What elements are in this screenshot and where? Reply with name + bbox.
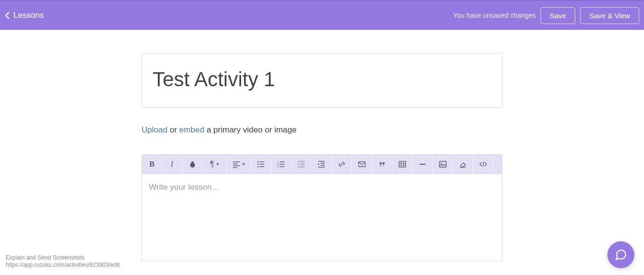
clear-format-button[interactable] — [453, 155, 473, 174]
svg-point-0 — [257, 161, 258, 163]
table-icon — [399, 160, 406, 168]
back-label: Lessons — [13, 11, 44, 20]
code-button[interactable] — [473, 155, 493, 174]
caret-icon — [242, 163, 245, 165]
save-button[interactable]: Save — [541, 7, 575, 24]
paragraph-button[interactable]: ¶ — [203, 155, 227, 174]
quote-icon — [378, 160, 386, 168]
or-text: or — [167, 125, 180, 134]
eraser-icon — [459, 160, 467, 168]
indent-button[interactable] — [311, 155, 332, 174]
email-button[interactable] — [352, 155, 372, 174]
watermark-line1: Explain and Send Screenshots — [6, 254, 120, 262]
main-content: Upload or embed a primary video or image… — [0, 30, 644, 261]
list-ul-icon — [257, 160, 265, 168]
outdent-icon — [297, 160, 305, 168]
svg-rect-6 — [359, 162, 365, 167]
envelope-icon — [358, 160, 366, 168]
align-left-icon — [232, 160, 240, 168]
watermark-line2: https://app.ruzuku.com/activities/923903… — [6, 262, 120, 269]
embed-link[interactable]: embed — [179, 125, 204, 134]
unsaved-status: You have unsaved changes — [453, 12, 536, 19]
watermark: Explain and Send Screenshots https://app… — [6, 254, 120, 269]
media-rest-text: a primary video or image — [204, 125, 296, 134]
activity-title-input[interactable] — [153, 68, 491, 91]
rich-text-editor: B I ¶ 123 Write your lesson... — [142, 154, 502, 261]
editor-placeholder: Write your lesson... — [149, 183, 495, 192]
indent-icon — [318, 160, 325, 168]
title-container — [142, 53, 502, 108]
link-button[interactable] — [332, 155, 352, 174]
back-link[interactable]: Lessons — [5, 11, 44, 20]
tint-icon — [189, 160, 196, 168]
image-button[interactable] — [433, 155, 453, 174]
editor-toolbar: B I ¶ 123 — [142, 155, 502, 174]
color-button[interactable] — [182, 155, 203, 174]
unordered-list-button[interactable] — [251, 155, 271, 174]
svg-point-9 — [440, 163, 442, 164]
bold-icon: B — [149, 160, 155, 169]
top-header: Lessons You have unsaved changes Save Sa… — [0, 0, 644, 30]
media-upload-line: Upload or embed a primary video or image — [142, 125, 502, 135]
bold-button[interactable]: B — [142, 155, 162, 174]
svg-rect-8 — [439, 161, 446, 167]
svg-text:3: 3 — [277, 165, 279, 168]
outdent-button[interactable] — [291, 155, 311, 174]
minus-icon — [419, 160, 426, 168]
italic-icon: I — [171, 160, 173, 169]
editor-body[interactable]: Write your lesson... — [142, 174, 502, 261]
content-wrap: Upload or embed a primary video or image… — [142, 53, 502, 261]
header-actions: You have unsaved changes Save Save & Vie… — [453, 7, 640, 24]
help-chat-button[interactable] — [607, 241, 634, 268]
chat-icon — [615, 249, 627, 261]
list-ol-icon: 123 — [277, 160, 285, 168]
save-view-button[interactable]: Save & View — [580, 7, 639, 24]
link-icon — [338, 160, 346, 168]
image-icon — [439, 160, 447, 168]
quote-button[interactable] — [372, 155, 392, 174]
table-button[interactable] — [392, 155, 412, 174]
pilcrow-icon: ¶ — [210, 160, 214, 169]
caret-icon — [216, 163, 219, 165]
code-icon — [479, 160, 487, 168]
upload-link[interactable]: Upload — [142, 125, 167, 134]
svg-point-1 — [257, 164, 258, 165]
italic-button[interactable]: I — [162, 155, 182, 174]
align-button[interactable] — [227, 155, 251, 174]
hr-button[interactable] — [412, 155, 433, 174]
svg-rect-7 — [399, 161, 406, 167]
ordered-list-button[interactable]: 123 — [271, 155, 291, 174]
chevron-left-icon — [5, 12, 10, 19]
svg-point-2 — [257, 166, 258, 168]
